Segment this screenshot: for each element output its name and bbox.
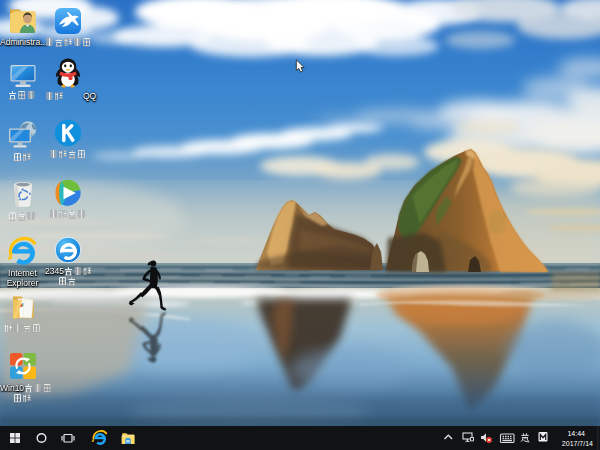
svg-text:2017/7/14: 2017/7/14 — [562, 440, 593, 447]
svg-text:14:44: 14:44 — [567, 430, 585, 437]
